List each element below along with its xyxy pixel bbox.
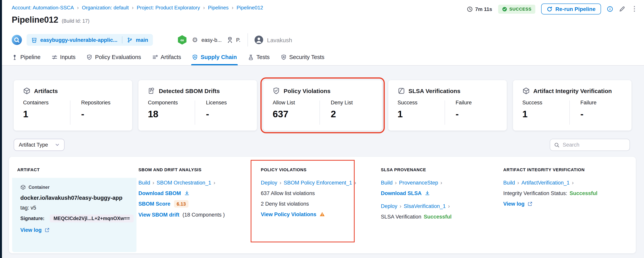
metric-value: 18 — [148, 109, 196, 120]
sbom-score-link[interactable]: SBOM Score — [138, 201, 170, 207]
chevron-separator-icon — [400, 203, 402, 209]
chevron-down-icon — [55, 143, 60, 147]
tab-label: Inputs — [60, 54, 76, 60]
chevron-separator-icon: › — [132, 5, 134, 10]
metric-value: 1 — [522, 109, 570, 120]
metric-label: Repositories — [81, 100, 123, 106]
tab-label: Policy Evaluations — [95, 54, 141, 60]
stage-link[interactable]: Build — [138, 180, 150, 186]
step-link[interactable]: ArtifactVerification_1 — [522, 180, 570, 186]
artifacts-icon — [152, 54, 158, 60]
chevron-icon — [572, 180, 574, 186]
breadcrumb: Account: Automation-SSCA › Organization:… — [12, 5, 263, 10]
download-icon — [184, 190, 190, 196]
edit-pipeline-button[interactable] — [619, 6, 625, 12]
tab-pipeline[interactable]: Pipeline — [12, 49, 40, 65]
info-button[interactable] — [607, 6, 613, 12]
chevron-icon — [354, 180, 356, 186]
tab-policy-evaluations[interactable]: Policy Evaluations — [86, 49, 141, 65]
stage-link[interactable]: Build — [503, 180, 515, 186]
chevron-icon — [214, 180, 215, 186]
column-header-policy: POLICY VIOLATIONS — [261, 167, 306, 172]
column-header-integrity: ARTIFACT INTEGRITY VERIFICATION — [503, 167, 584, 172]
tab-artifacts[interactable]: Artifacts — [152, 49, 181, 65]
shield-check-icon — [86, 54, 92, 60]
rerun-pipeline-button[interactable]: Re-run Pipeline — [541, 4, 601, 14]
breadcrumb-pipelines[interactable]: Pipelines — [208, 5, 229, 10]
metric-divider — [70, 100, 70, 125]
metric-label: Failure — [456, 100, 497, 106]
tab-tests[interactable]: Tests — [248, 49, 270, 65]
repo-name: easybuggy-vulnerable-applic... — [40, 37, 118, 43]
metric-value: 1 — [23, 109, 71, 120]
card-artifact-integrity: Artifact Integrity Verification Success1… — [513, 80, 632, 130]
status-badge: SUCCESS — [498, 4, 535, 14]
download-sbom-link[interactable]: Download SBOM — [138, 190, 181, 196]
tab-security-tests[interactable]: Security Tests — [280, 49, 324, 65]
supply-chain-icon — [192, 54, 198, 60]
view-log-link[interactable]: View log — [20, 227, 42, 233]
metric-label: Success — [398, 100, 445, 106]
view-sbom-drift-link[interactable]: View SBOM drift — [138, 212, 180, 218]
gear-icon: ⚙ — [192, 36, 198, 43]
breadcrumb-organization[interactable]: Organization: default — [82, 5, 129, 10]
metric-label: Success — [522, 100, 570, 106]
breadcrumb-account[interactable]: Account: Automation-SSCA — [12, 5, 74, 10]
tab-supply-chain[interactable]: Supply Chain — [192, 49, 237, 65]
artifact-type-dropdown[interactable]: Artifact Type — [14, 139, 64, 151]
build-id: (Build Id: 17) — [62, 18, 90, 24]
card-title-text: Artifacts — [34, 88, 58, 94]
ci-module-icon — [12, 35, 22, 45]
card-sbom-drifts: Detected SBOM Drifts Components18 Licens… — [138, 80, 257, 130]
cube-icon — [20, 184, 26, 190]
pill-divider — [122, 36, 122, 44]
sbom-document-icon — [148, 87, 155, 94]
stage-link[interactable]: Deploy — [261, 180, 277, 186]
metric-label: Containers — [23, 100, 71, 106]
breadcrumb-project[interactable]: Project: Product Exploratory — [137, 5, 200, 10]
view-policy-violations-link[interactable]: View Policy Violations — [261, 211, 316, 217]
chevron-icon — [440, 180, 442, 186]
metric-divider — [569, 100, 570, 125]
chevron-separator-icon — [152, 180, 154, 186]
metric-divider — [195, 100, 195, 125]
metric-label: Allow List — [273, 100, 321, 106]
tab-bar: Pipeline Inputs Policy Evaluations Artif… — [12, 49, 324, 65]
sbom-cell: Build SBOM Orchestration_1 Download SBOM… — [138, 178, 256, 252]
breadcrumb-pipeline012[interactable]: Pipeline012 — [236, 5, 263, 10]
stage-link[interactable]: Deploy — [381, 203, 397, 209]
metric-value: - — [580, 109, 622, 120]
card-title-text: SLSA Verifications — [408, 88, 460, 94]
supply-chain-page: Account: Automation-SSCA › Organization:… — [0, 0, 644, 258]
download-icon — [425, 190, 430, 196]
step-link[interactable]: SBOM Orchestration_1 — [156, 180, 211, 186]
chevron-separator-icon — [395, 180, 397, 186]
view-log-link[interactable]: View log — [503, 201, 524, 206]
tab-label: Security Tests — [289, 54, 324, 60]
chevron-separator-icon: › — [232, 5, 234, 10]
step-link[interactable]: SBOM Policy Enforcement_1 — [284, 180, 352, 186]
info-icon — [607, 6, 613, 12]
download-slsa-link[interactable]: Download SLSA — [381, 190, 422, 196]
delegate-icon — [226, 36, 234, 44]
clock-icon — [467, 6, 473, 12]
artifact-cell: Container docker.io/lavakush07/easy-bugg… — [12, 178, 136, 252]
metric-divider — [320, 100, 320, 125]
column-header-sbom: SBOM AND DRIFT ANALYSIS — [138, 167, 202, 172]
search-input[interactable] — [563, 142, 626, 148]
slsa-provenance-cell: Build ProvenanceStep Download SLSA Deplo… — [381, 178, 498, 252]
stage-link[interactable]: Build — [381, 180, 392, 186]
search-icon — [554, 142, 560, 148]
card-title-text: Policy Violations — [284, 88, 330, 94]
policy-violations-cell: Deploy SBOM Policy Enforcement_1 637 All… — [261, 178, 375, 252]
tab-inputs[interactable]: Inputs — [52, 49, 76, 65]
chevron-separator-icon — [280, 180, 281, 186]
metric-label: Deny List — [331, 100, 372, 106]
chevron-icon — [448, 203, 450, 209]
repository-pill[interactable]: easybuggy-vulnerable-applic... main — [26, 34, 153, 46]
more-options-button[interactable]: ⋮ — [631, 6, 638, 12]
step-link[interactable]: ProvenanceStep — [399, 180, 438, 186]
user-name: Lavakush — [267, 36, 292, 43]
step-link[interactable]: SlsaVerification_1 — [404, 203, 446, 209]
chevron-separator-icon — [517, 180, 519, 186]
